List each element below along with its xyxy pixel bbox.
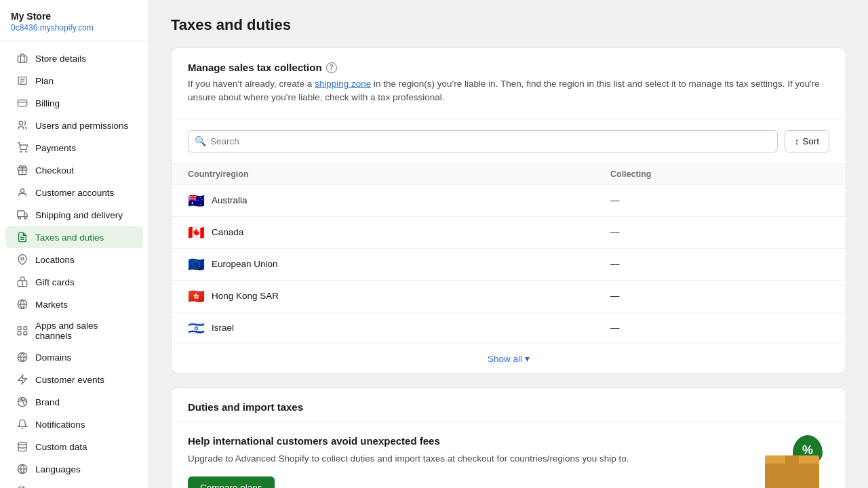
manage-tax-title: Manage sales tax collection ? (188, 62, 829, 73)
country-name: Israel (212, 323, 234, 333)
svg-point-14 (18, 217, 20, 219)
sidebar-item-label: Shipping and delivery (35, 210, 123, 220)
svg-point-18 (21, 258, 24, 260)
sidebar-item-policies[interactable]: Policies (5, 481, 143, 488)
sidebar-item-label: Taxes and duties (35, 232, 104, 243)
show-all-button[interactable]: Show all ▾ (488, 353, 530, 364)
sidebar-item-label: Customer accounts (35, 188, 114, 198)
country-cell: 🇨🇦 Canada (172, 216, 594, 248)
sidebar-item-label: Languages (35, 464, 81, 474)
collecting-cell: — (594, 312, 846, 344)
sidebar-item-checkout[interactable]: Checkout (5, 159, 143, 181)
sidebar-item-taxes[interactable]: Taxes and duties (5, 226, 143, 248)
gift-cards-icon (16, 276, 28, 288)
sidebar-item-custom-data[interactable]: Custom data (5, 436, 143, 458)
sidebar-item-label: Notifications (35, 420, 85, 430)
search-input[interactable] (188, 130, 778, 152)
sidebar-item-locations[interactable]: Locations (5, 249, 143, 270)
collecting-cell: — (594, 184, 846, 216)
sidebar-item-label: Users and permissions (35, 121, 128, 131)
table-row[interactable]: 🇨🇦 Canada — (172, 216, 846, 248)
notifications-icon (16, 418, 28, 430)
help-icon[interactable]: ? (326, 62, 337, 73)
duties-title: Help international customers avoid unexp… (188, 435, 741, 447)
sidebar-item-customer-events[interactable]: Customer events (5, 369, 143, 390)
svg-point-7 (19, 121, 22, 125)
sidebar-item-store-details[interactable]: Store details (5, 47, 143, 69)
table-row[interactable]: 🇦🇺 Australia — (172, 184, 846, 216)
svg-point-31 (18, 442, 26, 445)
tax-table: Country/region Collecting 🇦🇺 Australia —… (172, 163, 846, 344)
checkout-icon (16, 164, 28, 176)
sidebar-item-label: Gift cards (35, 277, 75, 287)
table-row[interactable]: 🇭🇰 Hong Kong SAR — (172, 280, 846, 312)
table-row[interactable]: 🇪🇺 European Union — (172, 248, 846, 280)
duties-left: Help international customers avoid unexp… (188, 435, 741, 488)
sidebar-item-customer-accounts[interactable]: Customer accounts (5, 182, 143, 203)
duties-description: Upgrade to Advanced Shopify to collect d… (188, 452, 741, 466)
search-wrap: 🔍 (188, 130, 778, 152)
page-title: Taxes and duties (171, 16, 846, 34)
brand-icon (16, 396, 28, 408)
main-content: Taxes and duties Manage sales tax collec… (149, 0, 868, 488)
sidebar-item-brand[interactable]: Brand (5, 391, 143, 413)
collecting-cell: — (594, 248, 846, 280)
duties-section-title-area: Duties and import taxes (172, 388, 846, 422)
svg-rect-5 (18, 100, 26, 106)
country-cell: 🇦🇺 Australia (172, 184, 594, 216)
shipping-zone-link[interactable]: shipping zone (315, 79, 371, 89)
sidebar-item-label: Locations (35, 255, 75, 265)
sidebar-item-notifications[interactable]: Notifications (5, 413, 143, 435)
sidebar-item-shipping[interactable]: Shipping and delivery (5, 204, 143, 226)
payments-icon (16, 142, 28, 154)
sidebar: My Store 0c8436.myshopify.com Store deta… (0, 0, 149, 488)
sort-icon: ↕ (795, 136, 800, 146)
country-flag: 🇦🇺 (188, 194, 205, 207)
store-details-icon (16, 52, 28, 64)
sidebar-item-plan[interactable]: Plan (5, 70, 143, 92)
sidebar-item-label: Store details (35, 54, 86, 64)
shipping-icon (16, 209, 28, 221)
svg-point-8 (20, 151, 21, 152)
show-all-row: Show all ▾ (172, 344, 846, 373)
col-collecting: Collecting (594, 163, 846, 184)
box-icon (765, 462, 819, 488)
sidebar-nav: Store details Plan Billing Users and per… (0, 41, 149, 488)
plan-icon (16, 75, 28, 87)
svg-rect-25 (18, 331, 21, 335)
sidebar-item-label: Apps and sales channels (35, 321, 132, 341)
sidebar-item-gift-cards[interactable]: Gift cards (5, 271, 143, 293)
store-url[interactable]: 0c8436.myshopify.com (11, 23, 94, 33)
country-flag: 🇨🇦 (188, 226, 205, 239)
sidebar-item-label: Markets (35, 300, 68, 310)
table-row[interactable]: 🇮🇱 Israel — (172, 312, 846, 344)
sidebar-item-domains[interactable]: Domains (5, 346, 143, 368)
country-name: Australia (212, 195, 248, 205)
svg-point-9 (26, 151, 26, 152)
sidebar-item-apps[interactable]: Apps and sales channels (5, 316, 143, 346)
domains-icon (16, 351, 28, 363)
customer-accounts-icon (16, 186, 28, 199)
sidebar-item-languages[interactable]: Languages (5, 458, 143, 480)
sort-button[interactable]: ↕ Sort (785, 130, 829, 152)
duties-content: Help international customers avoid unexp… (172, 422, 846, 488)
compare-plans-button[interactable]: Compare plans (188, 476, 275, 488)
svg-marker-29 (18, 375, 26, 384)
sidebar-item-label: Payments (35, 143, 76, 153)
custom-data-icon (16, 441, 28, 453)
sidebar-store-header: My Store 0c8436.myshopify.com (0, 0, 149, 41)
customer-events-icon (16, 373, 28, 386)
sidebar-item-users[interactable]: Users and permissions (5, 115, 143, 136)
sidebar-item-payments[interactable]: Payments (5, 137, 143, 159)
country-cell: 🇮🇱 Israel (172, 312, 594, 344)
country-name: Hong Kong SAR (212, 291, 279, 301)
sidebar-item-label: Billing (35, 98, 60, 108)
svg-rect-0 (18, 56, 26, 62)
manage-tax-header: Manage sales tax collection ? If you hav… (172, 48, 846, 119)
languages-icon (16, 463, 28, 475)
sidebar-item-markets[interactable]: Markets (5, 293, 143, 315)
country-name: European Union (212, 259, 278, 269)
sidebar-item-label: Brand (35, 397, 60, 407)
markets-icon (16, 298, 28, 310)
sidebar-item-billing[interactable]: Billing (5, 92, 143, 114)
